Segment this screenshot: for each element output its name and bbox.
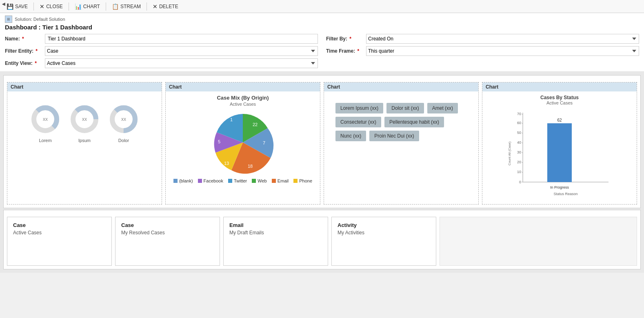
svg-text:Count All (Case): Count All (Case) [508,142,511,166]
svg-text:Status Reason: Status Reason [553,192,577,196]
list-card-3-sub: My Draft Emails [229,230,322,236]
chart1-body: xx Lorem xx Ipsum [7,91,162,202]
list-card-4-sub: My Activities [338,230,430,236]
svg-text:xx: xx [82,116,87,122]
name-row: Name: * [5,34,318,44]
svg-text:0: 0 [519,180,521,184]
chart3-body: Lorem Ipsum (xx) Dolor sit (xx) Amet (xx… [324,91,478,202]
donut-svg-3: xx [107,103,140,136]
svg-text:18: 18 [248,164,253,169]
delete-icon: ✕ [153,3,158,10]
chart4-body: Cases By Status Active Cases 0 10 [482,91,637,202]
chart-button[interactable]: 📊 CHART [71,2,103,11]
svg-text:10: 10 [517,170,521,174]
svg-text:60: 60 [517,121,521,125]
filter-by-select[interactable]: Created On [366,34,639,44]
bar-chart-title: Cases By Status [540,95,579,100]
solution-text: Solution: Default Solution [15,17,65,22]
svg-text:20: 20 [517,160,521,164]
filter-entity-select[interactable]: Case [45,46,318,56]
separator [147,2,147,11]
list-card-1-sub: Active Cases [13,230,106,236]
svg-text:In Progress: In Progress [550,185,569,189]
tag-2[interactable]: Dolor sit (xx) [386,103,424,113]
tag-6[interactable]: Nunc (xx) [335,131,366,141]
time-frame-select[interactable]: This quarter [366,46,639,56]
legend-facebook: Facebook [198,178,223,183]
svg-text:7: 7 [263,140,265,145]
chart-label: CHART [83,4,100,9]
separator [33,2,34,11]
svg-rect-34 [547,123,572,182]
svg-text:40: 40 [517,140,521,145]
tag-4[interactable]: Consectetur (xx) [335,117,381,127]
legend-blank: (blank) [173,178,193,183]
filter-by-label: Filter By: * [326,36,363,42]
delete-label: DELETE [159,4,178,9]
svg-text:13: 13 [224,161,229,166]
list-card-2-sub: My Resolved Cases [121,230,214,236]
list-card-1[interactable]: Case Active Cases [7,217,112,266]
list-card-empty [440,217,637,266]
svg-text:70: 70 [517,112,521,116]
list-card-3-title: Email [229,222,322,228]
chart1-header: Chart [7,82,162,91]
form-grid: Name: * Filter Entity: * Case Entity Vie… [5,34,639,68]
name-label: Name: * [5,36,42,42]
tag-3[interactable]: Amet (xx) [427,103,458,113]
list-card-3[interactable]: Email My Draft Emails [223,217,328,266]
list-card-1-title: Case [13,222,106,228]
chart-4: Chart Cases By Status Active Cases 0 [482,82,637,205]
donut-svg-1: xx [29,103,62,136]
dashboard-title: Dashboard : Tier 1 Dashboard [5,24,639,31]
filter-entity-row: Filter Entity: * Case [5,46,318,56]
donut-item-1: xx Lorem [29,103,62,143]
chart-2: Chart Case Mix (By Origin) Active Cases [165,82,320,205]
svg-text:22: 22 [253,122,258,127]
donut-row: xx Lorem xx Ipsum [29,95,140,151]
filter-entity-label: Filter Entity: * [5,48,42,54]
stream-button[interactable]: 📋 STREAM [109,2,144,11]
list-card-4[interactable]: Activity My Activities [331,217,436,266]
svg-text:xx: xx [121,116,126,122]
filter-by-row: Filter By: * Created On [326,34,639,44]
svg-text:50: 50 [517,131,521,135]
solution-line: ⊞ Solution: Default Solution [5,16,639,23]
tag-1[interactable]: Lorem Ipsum (xx) [335,103,383,113]
donut-item-2: xx Ipsum [68,103,101,143]
name-input[interactable] [45,34,318,44]
separator [69,2,69,11]
entity-view-select[interactable]: Active Cases [45,58,318,68]
toolbar: 💾 SAVE ✕ CLOSE 📊 CHART 📋 STREAM ✕ DELETE [0,0,644,13]
tag-5[interactable]: Pellentesque habit (xx) [384,117,444,127]
donut-svg-2: xx [68,103,101,136]
close-button[interactable]: ✕ CLOSE [36,2,66,11]
svg-text:xx: xx [43,116,48,122]
chart3-header: Chart [324,82,478,91]
tag-cloud: Lorem Ipsum (xx) Dolor sit (xx) Amet (xx… [327,95,475,149]
tag-7[interactable]: Proin Nec Dui (xx) [369,131,419,141]
list-card-2[interactable]: Case My Resolved Cases [115,217,220,266]
separator [106,2,106,11]
donut-label-2: Ipsum [78,138,91,143]
main-content: ◀ Chart xx Lorem [0,72,644,273]
chart-icon: 📊 [75,3,82,10]
pie-legend: (blank) Facebook Twitter Web [173,178,312,183]
header-area: ⊞ Solution: Default Solution Dashboard :… [0,13,644,72]
pie-chart-title: Case Mix (By Origin) [217,95,269,101]
charts-section: ◀ Chart xx Lorem [3,75,641,208]
charts-row: Chart xx Lorem [7,82,637,205]
delete-button[interactable]: ✕ DELETE [149,2,182,11]
donut-label-3: Dolor [118,138,129,143]
chart2-body: Case Mix (By Origin) Active Cases [166,91,320,202]
close-label: CLOSE [46,4,63,9]
close-icon: ✕ [40,3,44,10]
solution-icon: ⊞ [5,16,12,23]
lists-section: ◀ Case Active Cases Case My Resolved Cas… [3,210,641,269]
donut-item-3: xx Dolor [107,103,140,143]
svg-text:30: 30 [517,150,521,154]
svg-text:1: 1 [230,117,233,122]
bar-chart-subtitle: Active Cases [546,100,573,105]
chart-1: Chart xx Lorem [7,82,162,205]
save-button[interactable]: 💾 SAVE [3,2,31,11]
